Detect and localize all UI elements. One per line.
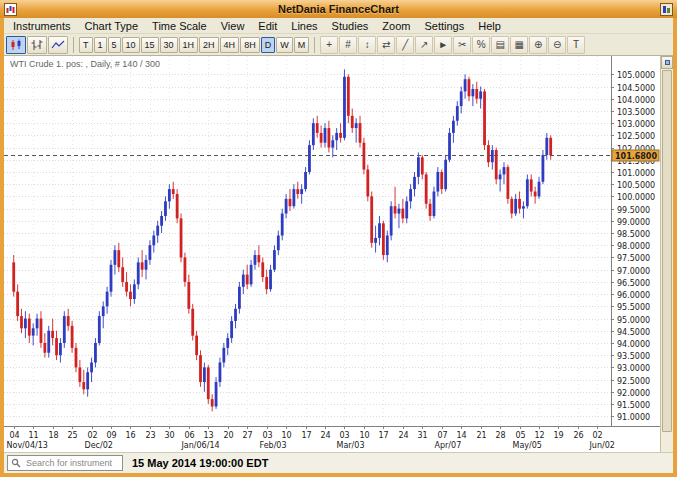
ray-line-tool-button[interactable]: ↗ bbox=[415, 36, 433, 54]
svg-text:98.5000: 98.5000 bbox=[617, 230, 650, 239]
menu-item-settings[interactable]: Settings bbox=[417, 19, 471, 33]
menu-item-edit[interactable]: Edit bbox=[251, 19, 284, 33]
price-axis: 105.0000104.5000104.0000103.5000103.0000… bbox=[611, 71, 655, 422]
svg-text:105.0000: 105.0000 bbox=[617, 71, 655, 80]
svg-text:17: 17 bbox=[378, 431, 388, 440]
svg-text:Mar/03: Mar/03 bbox=[337, 441, 365, 450]
horizontal-scroll-tool-button[interactable]: ⇄ bbox=[377, 36, 395, 54]
svg-text:11: 11 bbox=[28, 431, 38, 440]
interval-15-button[interactable]: 15 bbox=[141, 37, 159, 53]
svg-text:30: 30 bbox=[164, 431, 174, 440]
svg-text:104.5000: 104.5000 bbox=[617, 84, 655, 93]
menu-item-lines[interactable]: Lines bbox=[284, 19, 324, 33]
toolbar-separator bbox=[73, 37, 74, 53]
trendline-tool-button[interactable]: ╱ bbox=[396, 36, 414, 54]
interval-t-button[interactable]: T bbox=[79, 37, 93, 53]
svg-text:100.5000: 100.5000 bbox=[617, 181, 655, 190]
percent-change-tool-button[interactable]: % bbox=[472, 36, 490, 54]
svg-text:24: 24 bbox=[398, 431, 408, 440]
window-body: InstrumentsChart TypeTime ScaleViewEditL… bbox=[4, 18, 673, 473]
svg-text:96.0000: 96.0000 bbox=[617, 291, 650, 300]
scrollbar-track[interactable] bbox=[661, 69, 673, 452]
svg-text:17: 17 bbox=[301, 431, 311, 440]
svg-text:Jun/02: Jun/02 bbox=[589, 441, 615, 450]
interval-10-button[interactable]: 10 bbox=[122, 37, 140, 53]
grid-tool-button[interactable]: # bbox=[339, 36, 357, 54]
svg-text:20: 20 bbox=[223, 431, 233, 440]
remove-lines-tool-button[interactable]: ✂ bbox=[453, 36, 471, 54]
interval-2h-button[interactable]: 2H bbox=[199, 37, 219, 53]
window-title: NetDania FinanceChart bbox=[17, 3, 660, 15]
svg-text:25: 25 bbox=[67, 431, 77, 440]
svg-text:10: 10 bbox=[359, 431, 369, 440]
timestamp: 15 May 2014 19:00:00 EDT bbox=[132, 457, 268, 469]
interval-d-button[interactable]: D bbox=[261, 37, 276, 53]
svg-text:101.0000: 101.0000 bbox=[617, 169, 655, 178]
menu-item-zoom[interactable]: Zoom bbox=[375, 19, 417, 33]
candles-icon bbox=[9, 39, 23, 51]
chart-type-group bbox=[6, 36, 68, 54]
svg-text:24: 24 bbox=[320, 431, 330, 440]
line-type-button[interactable] bbox=[48, 36, 68, 54]
print-tool-button[interactable]: ▤ bbox=[491, 36, 509, 54]
svg-text:21: 21 bbox=[476, 431, 486, 440]
ohlc-bar-type-button[interactable] bbox=[27, 36, 47, 54]
svg-text:27: 27 bbox=[242, 431, 252, 440]
svg-text:94.0000: 94.0000 bbox=[617, 340, 650, 349]
interval-8h-button[interactable]: 8H bbox=[240, 37, 260, 53]
svg-text:02: 02 bbox=[592, 431, 602, 440]
arrow-annotation-tool-button[interactable]: ► bbox=[434, 36, 452, 54]
current-price-tag: 101.6800 bbox=[612, 150, 659, 161]
interval-1h-button[interactable]: 1H bbox=[179, 37, 199, 53]
svg-text:91.0000: 91.0000 bbox=[617, 413, 650, 422]
menu-item-instruments[interactable]: Instruments bbox=[6, 19, 77, 33]
svg-text:99.5000: 99.5000 bbox=[617, 206, 650, 215]
instrument-search-box[interactable] bbox=[7, 455, 123, 471]
chart-maximize-button[interactable] bbox=[661, 56, 673, 69]
svg-text:100.0000: 100.0000 bbox=[617, 193, 655, 202]
svg-text:19: 19 bbox=[553, 431, 563, 440]
menu-item-view[interactable]: View bbox=[214, 19, 252, 33]
zoom-in-tool-button[interactable]: ⊕ bbox=[529, 36, 547, 54]
interval-w-button[interactable]: W bbox=[276, 37, 293, 53]
svg-text:93.5000: 93.5000 bbox=[617, 352, 650, 361]
svg-text:May/05: May/05 bbox=[513, 441, 542, 450]
svg-text:102.5000: 102.5000 bbox=[617, 132, 655, 141]
maximize-icon bbox=[665, 60, 670, 65]
chart-scrollbar[interactable] bbox=[660, 56, 673, 452]
interval-30-button[interactable]: 30 bbox=[160, 37, 178, 53]
current-price-label: 101.6800 bbox=[615, 152, 657, 161]
svg-text:13: 13 bbox=[203, 431, 213, 440]
interval-1-button[interactable]: 1 bbox=[94, 37, 107, 53]
instrument-label: WTI Crude 1. pos: , Daily, # 140 / 300 bbox=[10, 59, 160, 69]
svg-text:Nov/04/13: Nov/04/13 bbox=[7, 441, 48, 450]
menu-item-studies[interactable]: Studies bbox=[325, 19, 376, 33]
svg-text:99.0000: 99.0000 bbox=[617, 218, 650, 227]
svg-text:28: 28 bbox=[495, 431, 505, 440]
menu-item-help[interactable]: Help bbox=[471, 19, 508, 33]
svg-text:04: 04 bbox=[9, 431, 19, 440]
svg-text:03: 03 bbox=[262, 431, 272, 440]
interval-4h-button[interactable]: 4H bbox=[220, 37, 240, 53]
chart-area[interactable]: WTI Crude 1. pos: , Daily, # 140 / 300 1… bbox=[4, 56, 660, 452]
interval-m-button[interactable]: M bbox=[294, 37, 310, 53]
snapshot-tool-button[interactable]: ▦ bbox=[510, 36, 528, 54]
svg-text:103.5000: 103.5000 bbox=[617, 108, 655, 117]
svg-text:07: 07 bbox=[437, 431, 447, 440]
search-input[interactable] bbox=[24, 457, 119, 469]
candlestick-type-button[interactable] bbox=[6, 36, 26, 54]
svg-text:16: 16 bbox=[125, 431, 135, 440]
zoom-out-tool-button[interactable]: ⊖ bbox=[548, 36, 566, 54]
title-bar[interactable]: NetDania FinanceChart bbox=[0, 0, 677, 18]
text-tool-button[interactable]: T bbox=[567, 36, 585, 54]
svg-text:18: 18 bbox=[48, 431, 58, 440]
menu-item-chart-type[interactable]: Chart Type bbox=[77, 19, 145, 33]
vertical-scale-tool-button[interactable]: ↕ bbox=[358, 36, 376, 54]
chart-canvas[interactable]: 105.0000104.5000104.0000103.5000103.0000… bbox=[4, 56, 660, 452]
scrollbar-thumb[interactable] bbox=[662, 70, 672, 432]
menu-item-time-scale[interactable]: Time Scale bbox=[145, 19, 214, 33]
titlebar-right-icon[interactable] bbox=[660, 3, 673, 16]
crosshair-tool-button[interactable]: + bbox=[320, 36, 338, 54]
toolbar-separator bbox=[314, 37, 315, 53]
interval-5-button[interactable]: 5 bbox=[108, 37, 121, 53]
